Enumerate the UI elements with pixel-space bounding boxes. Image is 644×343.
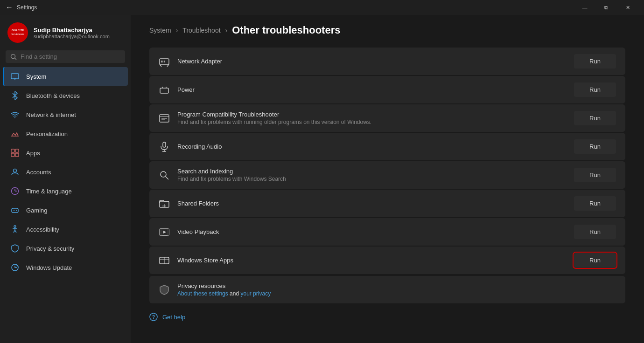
program-compat-icon [159,113,170,124]
sidebar-item-update[interactable]: Windows Update [3,258,128,277]
item-title: Video Playback [177,228,567,235]
sidebar: GIGABYTE TECHNOLOGY Sudip Bhattacharjya … [0,15,131,343]
privacy-resources-icon [159,284,170,295]
svg-rect-17 [12,208,18,213]
svg-point-43 [161,172,166,177]
item-title: Network Adapter [177,58,567,65]
user-section: GIGABYTE TECHNOLOGY Sudip Bhattacharjya … [0,15,131,48]
titlebar-controls: — ⧉ ✕ [574,0,638,15]
troubleshooter-item-search-indexing: Search and Indexing Find and fix problem… [149,161,625,189]
troubleshooter-item-text: Windows Store Apps [177,257,567,264]
troubleshooter-item-power: Power Run [149,76,625,103]
accounts-icon [10,167,20,177]
power-icon [159,84,170,96]
sidebar-item-network[interactable]: Network & internet [3,105,128,124]
breadcrumb-troubleshoot[interactable]: Troubleshoot [182,27,220,34]
svg-point-13 [14,169,17,172]
svg-rect-49 [160,229,162,235]
run-button-video-playback[interactable]: Run [574,225,616,239]
svg-line-24 [14,230,15,233]
item-desc: Find and fix problems with running older… [177,119,567,125]
restore-button[interactable]: ⧉ [595,0,617,15]
svg-rect-11 [11,153,14,157]
svg-point-20 [16,210,17,211]
titlebar-left: ← Settings [6,3,37,12]
run-button-power[interactable]: Run [574,82,616,97]
svg-rect-40 [163,142,166,147]
svg-text:GIGABYTE: GIGABYTE [12,29,24,32]
get-help-section[interactable]: ? Get help [149,303,625,321]
run-button-recording-audio[interactable]: Run [574,139,616,154]
minimize-button[interactable]: — [574,0,595,15]
apps-icon [10,148,20,158]
svg-point-8 [14,117,15,118]
about-settings-link[interactable]: About these settings [177,290,228,297]
search-icon [10,54,17,60]
troubleshooter-item-text: Recording Audio [177,143,567,150]
titlebar-title: Settings [17,4,37,11]
breadcrumb-system[interactable]: System [149,27,171,34]
sidebar-item-label: Bluetooth & devices [26,92,80,99]
sidebar-item-label: Network & internet [26,111,76,118]
sidebar-item-time[interactable]: Time & language [3,182,128,200]
close-button[interactable]: ✕ [617,0,638,15]
update-icon [10,263,20,272]
svg-rect-33 [160,88,168,93]
troubleshooter-item-program-compatibility: Program Compatibility Troubleshooter Fin… [149,104,625,132]
privacy-icon [10,244,20,253]
sidebar-item-label: Personalization [26,130,68,137]
bluetooth-icon [10,91,20,100]
privacy-title: Privacy resources [177,282,616,289]
run-button-program-compat[interactable]: Run [574,111,616,125]
breadcrumb-sep-1: › [176,27,178,34]
svg-rect-5 [11,74,19,79]
gaming-icon [10,206,20,215]
search-input[interactable] [21,53,120,60]
avatar: GIGABYTE TECHNOLOGY [7,22,28,43]
sidebar-item-personalization[interactable]: Personalization [3,124,128,143]
troubleshooter-item-windows-store-apps: Windows Store Apps Run [149,247,625,274]
sidebar-item-gaming[interactable]: Gaming [3,201,128,220]
sidebar-item-label: Windows Update [26,264,72,271]
sidebar-item-privacy[interactable]: Privacy & security [3,239,128,258]
item-title: Windows Store Apps [177,257,567,264]
troubleshooter-item-text: Shared Folders [177,200,567,207]
nav: System Bluetooth & devices [0,67,131,277]
search-box[interactable] [6,50,125,63]
network-adapter-icon [159,56,170,67]
sidebar-item-bluetooth[interactable]: Bluetooth & devices [3,86,128,105]
svg-text:TECHNOLOGY: TECHNOLOGY [11,33,25,35]
troubleshooter-item-shared-folders: Shared Folders Run [149,190,625,217]
svg-text:?: ? [152,315,155,320]
sidebar-item-label: System [26,73,46,80]
shared-folders-icon [159,198,170,209]
run-button-network-adapter[interactable]: Run [574,54,616,69]
sidebar-item-accessibility[interactable]: Accessibility [3,220,128,239]
sidebar-item-label: Accessibility [26,226,59,233]
time-icon [10,186,20,196]
svg-rect-50 [167,229,169,235]
user-email: sudipbhattacharjya@outlook.com [34,34,110,39]
your-privacy-link[interactable]: your privacy [240,290,271,297]
troubleshooter-item-text: Search and Indexing Find and fix problem… [177,168,567,182]
svg-point-21 [14,226,16,227]
run-button-search-indexing[interactable]: Run [574,168,616,182]
run-button-windows-store-apps[interactable]: Run [574,253,616,268]
app-body: GIGABYTE TECHNOLOGY Sudip Bhattacharjya … [0,15,644,343]
sidebar-item-label: Privacy & security [26,245,74,252]
troubleshooter-item-text: Network Adapter [177,58,567,65]
sidebar-item-accounts[interactable]: Accounts [3,163,128,181]
privacy-links: About these settings and your privacy [177,290,616,297]
back-button[interactable]: ← [6,3,13,12]
troubleshooter-item-recording-audio: Recording Audio Run [149,133,625,160]
svg-point-3 [11,54,15,58]
main-content: System › Troubleshoot › Other troublesho… [131,15,644,343]
svg-rect-12 [15,153,19,157]
privacy-text: Privacy resources About these settings a… [177,282,616,297]
svg-line-44 [166,176,169,179]
sidebar-item-system[interactable]: System [3,67,128,86]
sidebar-item-apps[interactable]: Apps [3,144,128,162]
network-icon [10,110,20,119]
run-button-shared-folders[interactable]: Run [574,196,616,211]
privacy-resources-section: Privacy resources About these settings a… [149,276,625,303]
